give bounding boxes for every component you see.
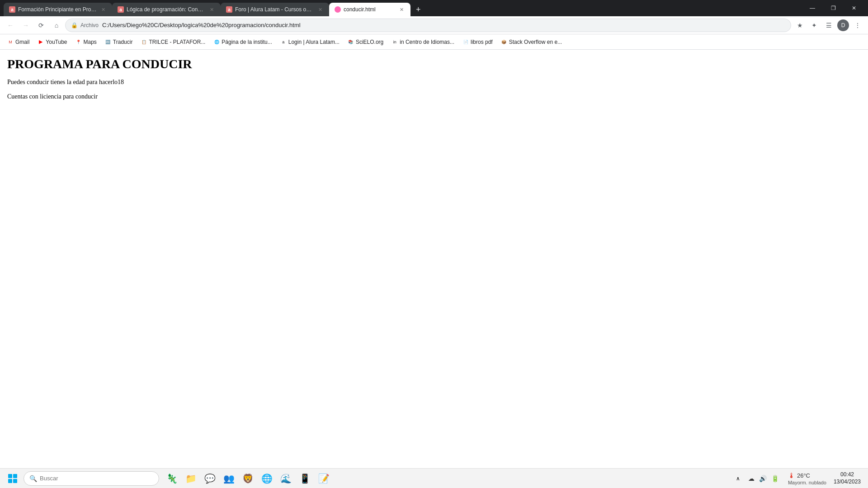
page-title: PROGRAMA PARA CONDUCIR bbox=[7, 57, 861, 71]
system-tray-icons: ☁ 🔊 🔋 bbox=[743, 473, 784, 484]
scielo-icon: 📚 bbox=[348, 39, 354, 45]
taskbar-icon-sublime[interactable]: 📝 bbox=[315, 469, 333, 488]
bookmark-scielo[interactable]: 📚 SciELO.org bbox=[344, 37, 387, 47]
bookmark-pagina[interactable]: 🌐 Página de la institu... bbox=[210, 37, 275, 47]
tab2-close[interactable]: ✕ bbox=[208, 6, 215, 13]
taskbar-icon-whatsapp[interactable]: 📱 bbox=[296, 469, 314, 488]
weather-temp: 🌡 26°C bbox=[788, 472, 810, 480]
battery-icon[interactable]: 🔋 bbox=[769, 473, 781, 484]
start-button[interactable] bbox=[4, 469, 22, 488]
bookmark-libros[interactable]: 📄 libros pdf bbox=[459, 37, 496, 47]
tab1-favicon: a bbox=[9, 6, 15, 13]
taskbar-icon-chrome[interactable]: 🌐 bbox=[258, 469, 276, 488]
windows-logo bbox=[8, 474, 17, 483]
taskbar-right: ∧ ☁ 🔊 🔋 🌡 26°C Mayorm. nublado 00:42 13/… bbox=[733, 471, 864, 486]
youtube-icon: ▶ bbox=[38, 39, 44, 45]
tab-conducir[interactable]: conducir.html ✕ bbox=[329, 3, 410, 16]
security-icon: 🔒 bbox=[71, 22, 78, 28]
home-button[interactable]: ⌂ bbox=[50, 19, 63, 32]
tab1-close[interactable]: ✕ bbox=[99, 6, 107, 13]
back-button[interactable]: ← bbox=[4, 19, 17, 32]
taskbar-icon-files[interactable]: 📁 bbox=[182, 469, 200, 488]
taskbar-icon-explorer[interactable]: 🦎 bbox=[163, 469, 181, 488]
tab-foro[interactable]: a Foro | Alura Latam - Cursos onli... ✕ bbox=[221, 3, 329, 16]
page-content: PROGRAMA PARA CONDUCIR Puedes conducir t… bbox=[0, 50, 868, 468]
tab-logica[interactable]: a Lógica de programación: Conce... ✕ bbox=[112, 3, 221, 16]
bookmark-stackoverflow-label: Stack Overflow en e... bbox=[509, 39, 562, 45]
bookmark-pagina-label: Página de la institu... bbox=[222, 39, 272, 45]
libros-icon: 📄 bbox=[462, 39, 469, 45]
profile-button[interactable]: D bbox=[836, 19, 850, 32]
bookmark-idiomas-label: in Centro de Idiomas... bbox=[400, 39, 454, 45]
bookmark-stackoverflow[interactable]: 📦 Stack Overflow en e... bbox=[497, 37, 566, 47]
bookmark-maps-label: Maps bbox=[84, 39, 97, 45]
search-icon: 🔍 bbox=[29, 475, 37, 482]
tab2-title: Lógica de programación: Conce... bbox=[127, 6, 205, 13]
taskbar-icon-chat[interactable]: 💬 bbox=[201, 469, 219, 488]
bookmark-alura-login[interactable]: a Login | Alura Latam... bbox=[277, 37, 343, 47]
close-button[interactable]: ✕ bbox=[844, 0, 864, 16]
bookmark-gmail[interactable]: M Gmail bbox=[4, 37, 33, 47]
search-placeholder: Buscar bbox=[40, 475, 58, 482]
window-controls: — ❐ ✕ bbox=[802, 0, 864, 16]
bookmark-traducir-label: Traducir bbox=[113, 39, 133, 45]
extensions-button[interactable]: ☰ bbox=[822, 19, 835, 32]
bookmark-idiomas[interactable]: in in Centro de Idiomas... bbox=[388, 37, 458, 47]
bookmark-alura-login-label: Login | Alura Latam... bbox=[288, 39, 340, 45]
avatar[interactable]: D bbox=[837, 19, 849, 31]
pagina-icon: 🌐 bbox=[213, 39, 220, 45]
minimize-button[interactable]: — bbox=[802, 0, 823, 16]
taskbar-icon-edge[interactable]: 🌊 bbox=[277, 469, 295, 488]
tab4-title: conducir.html bbox=[344, 6, 395, 13]
reload-button[interactable]: ⟳ bbox=[34, 19, 48, 32]
idiomas-icon: in bbox=[392, 39, 398, 45]
tab3-title: Foro | Alura Latam - Cursos onli... bbox=[235, 6, 314, 13]
weather-widget[interactable]: 🌡 26°C Mayorm. nublado bbox=[784, 471, 830, 486]
stackoverflow-icon: 📦 bbox=[501, 39, 507, 45]
browser-tune-button[interactable]: ✦ bbox=[807, 19, 821, 32]
menu-button[interactable]: ⋮ bbox=[851, 19, 864, 32]
bookmark-scielo-label: SciELO.org bbox=[356, 39, 383, 45]
bookmark-youtube[interactable]: ▶ YouTube bbox=[34, 37, 71, 47]
address-text: C:/Users/Diego%20C/Desktop/logica%20de%2… bbox=[102, 22, 785, 28]
tabs-container: a Formación Principiante en Prog... ✕ a … bbox=[4, 0, 802, 16]
title-bar: a Formación Principiante en Prog... ✕ a … bbox=[0, 0, 868, 16]
notification-chevron[interactable]: ∧ bbox=[733, 474, 743, 483]
taskbar-icon-teams[interactable]: 👥 bbox=[220, 469, 238, 488]
tab2-favicon: a bbox=[118, 6, 124, 13]
address-prefix: Archivo bbox=[80, 22, 99, 28]
taskbar-icon-brave[interactable]: 🦁 bbox=[239, 469, 257, 488]
tab3-favicon: a bbox=[226, 6, 232, 13]
weather-description: Mayorm. nublado bbox=[788, 480, 826, 485]
bookmark-gmail-label: Gmail bbox=[15, 39, 29, 45]
bookmarks-bar: M Gmail ▶ YouTube 📍 Maps 🔤 Traducir 📋 TR… bbox=[0, 34, 868, 50]
bookmark-trilce[interactable]: 📋 TRILCE - PLATAFOR... bbox=[137, 37, 209, 47]
clock-date: 13/04/2023 bbox=[834, 479, 861, 486]
page-line1: Puedes conducir tienes la edad para hace… bbox=[7, 79, 861, 86]
bookmark-traducir[interactable]: 🔤 Traducir bbox=[101, 37, 137, 47]
bookmark-maps[interactable]: 📍 Maps bbox=[72, 37, 100, 47]
tab-formacion[interactable]: a Formación Principiante en Prog... ✕ bbox=[4, 3, 112, 16]
new-tab-button[interactable]: + bbox=[412, 3, 425, 16]
alura-login-icon: a bbox=[280, 39, 287, 45]
traducir-icon: 🔤 bbox=[105, 39, 111, 45]
nav-right-buttons: ★ ✦ ☰ D ⋮ bbox=[793, 19, 864, 32]
taskbar: 🔍 Buscar 🦎 📁 💬 👥 🦁 🌐 🌊 📱 📝 bbox=[0, 468, 868, 488]
forward-button[interactable]: → bbox=[19, 19, 33, 32]
clock-time: 00:42 bbox=[840, 471, 854, 479]
maximize-button[interactable]: ❐ bbox=[823, 0, 844, 16]
clock[interactable]: 00:42 13/04/2023 bbox=[830, 471, 864, 485]
bookmark-libros-label: libros pdf bbox=[471, 39, 493, 45]
search-box[interactable]: 🔍 Buscar bbox=[24, 471, 159, 486]
network-icon[interactable]: ☁ bbox=[746, 473, 756, 484]
navigation-bar: ← → ⟳ ⌂ 🔒 Archivo C:/Users/Diego%20C/Des… bbox=[0, 16, 868, 34]
tab3-close[interactable]: ✕ bbox=[316, 6, 324, 13]
tab4-close[interactable]: ✕ bbox=[398, 6, 405, 13]
bookmark-star-button[interactable]: ★ bbox=[793, 19, 807, 32]
gmail-icon: M bbox=[7, 39, 14, 45]
tab4-favicon bbox=[335, 6, 341, 13]
taskbar-pinned-icons: 🦎 📁 💬 👥 🦁 🌐 🌊 📱 📝 bbox=[163, 469, 333, 488]
address-bar[interactable]: 🔒 Archivo C:/Users/Diego%20C/Desktop/log… bbox=[65, 19, 791, 32]
volume-icon[interactable]: 🔊 bbox=[757, 473, 769, 484]
trilce-icon: 📋 bbox=[141, 39, 147, 45]
